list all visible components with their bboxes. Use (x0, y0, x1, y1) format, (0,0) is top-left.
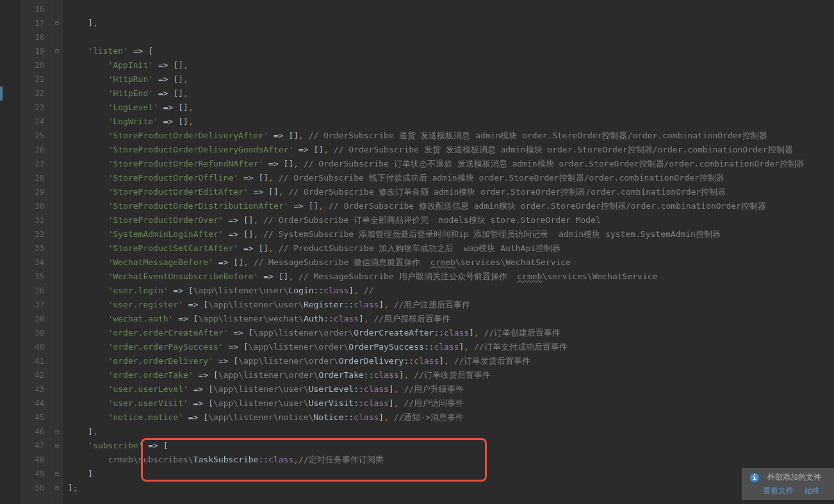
view-files-link[interactable]: 查看文件 (763, 486, 794, 495)
fold-marker[interactable] (51, 256, 63, 270)
code-line[interactable]: ] (63, 467, 834, 481)
fold-marker[interactable] (51, 241, 63, 256)
code-line[interactable]: ]; (63, 481, 834, 495)
line-number[interactable]: 25 (20, 129, 51, 143)
line-number[interactable]: 36 (20, 284, 51, 298)
line-number[interactable]: 39 (20, 326, 51, 340)
line-number[interactable]: 45 (20, 411, 51, 425)
fold-marker[interactable] (51, 298, 63, 312)
line-number[interactable]: 28 (20, 171, 51, 185)
code-line[interactable]: 'AppInit' => [], (63, 58, 834, 72)
line-number[interactable]: 24 (20, 115, 51, 129)
fold-marker[interactable] (51, 143, 63, 157)
line-number[interactable]: 44 (20, 396, 51, 411)
fold-marker[interactable] (51, 326, 63, 340)
line-number[interactable]: 31 (20, 213, 51, 227)
fold-marker[interactable] (51, 72, 63, 86)
fold-marker[interactable] (51, 270, 63, 284)
fold-marker[interactable] (51, 340, 63, 354)
code-line[interactable]: 'WechatMessageBefore' => [], // MessageS… (63, 256, 834, 270)
line-number[interactable]: 16 (20, 2, 51, 16)
fold-marker[interactable] (51, 171, 63, 185)
line-number[interactable]: 34 (20, 256, 51, 270)
code-line[interactable]: 'user.login' => [\app\listener\user\Logi… (63, 284, 834, 298)
fold-marker[interactable]: ⊟ (51, 467, 63, 481)
code-line[interactable]: ], (63, 16, 834, 30)
code-line[interactable]: 'StoreProductOrderDeliveryAfter' => [], … (63, 129, 834, 143)
line-number[interactable]: 40 (20, 340, 51, 354)
fold-marker[interactable] (51, 199, 63, 213)
line-number[interactable]: 41 (20, 354, 51, 368)
line-number[interactable]: 27 (20, 157, 51, 171)
line-number[interactable]: 21 (20, 72, 51, 86)
fold-marker[interactable] (51, 312, 63, 326)
fold-marker[interactable] (51, 213, 63, 227)
fold-marker[interactable] (51, 354, 63, 368)
code-line[interactable]: 'order.orderPaySuccess' => [\app\listene… (63, 340, 834, 354)
line-number[interactable]: 26 (20, 143, 51, 157)
line-number[interactable]: 17 (20, 16, 51, 30)
code-line[interactable]: 'user.userLevel' => [\app\listener\user\… (63, 382, 834, 396)
code-line[interactable]: 'LogWrite' => [], (63, 115, 834, 129)
fold-marker[interactable] (51, 115, 63, 129)
line-number[interactable]: 20 (20, 58, 51, 72)
fold-marker[interactable] (51, 411, 63, 425)
line-number[interactable]: 35 (20, 270, 51, 284)
code-line[interactable]: 'StoreProductOrderEditAfter' => [], // O… (63, 185, 834, 199)
always-link[interactable]: 始终 (805, 486, 820, 495)
line-number[interactable]: 46 (20, 425, 51, 439)
fold-marker[interactable]: ⊟ (51, 439, 63, 453)
fold-marker[interactable]: ⊟ (51, 44, 63, 58)
fold-marker[interactable] (51, 185, 63, 199)
code-line[interactable] (63, 30, 834, 44)
line-number[interactable]: 47 (20, 439, 51, 453)
fold-marker[interactable] (51, 453, 63, 467)
line-number-gutter[interactable]: 1617181920212223242526272829303132333435… (20, 0, 51, 504)
code-area[interactable]: ], 'listen' => [ 'AppInit' => [], 'HttpR… (63, 0, 834, 504)
code-line[interactable]: ], (63, 425, 834, 439)
fold-marker[interactable] (51, 58, 63, 72)
code-line[interactable]: 'StoreProductOrderDistributionAfter' => … (63, 199, 834, 213)
fold-marker[interactable] (51, 101, 63, 115)
code-line[interactable]: 'StoreProductSetCartAfter' => [], // Pro… (63, 241, 834, 256)
fold-marker[interactable]: ⊟ (51, 481, 63, 495)
code-line[interactable]: crmeb\subscribes\TaskSubscribe::class,//… (63, 453, 834, 467)
line-number[interactable]: 49 (20, 467, 51, 481)
line-number[interactable]: 38 (20, 312, 51, 326)
line-number[interactable]: 42 (20, 368, 51, 382)
fold-marker[interactable] (51, 157, 63, 171)
code-line[interactable]: 'order.orderCreateAfter' => [\app\listen… (63, 326, 834, 340)
code-line[interactable] (63, 2, 834, 16)
code-line[interactable]: 'listen' => [ (63, 44, 834, 58)
fold-marker[interactable]: ⊟ (51, 425, 63, 439)
line-number[interactable]: 29 (20, 185, 51, 199)
line-number[interactable]: 32 (20, 227, 51, 241)
fold-marker[interactable] (51, 284, 63, 298)
code-line[interactable]: 'HttpRun' => [], (63, 72, 834, 86)
code-line[interactable]: 'LogLevel' => [], (63, 101, 834, 115)
fold-marker[interactable] (51, 227, 63, 241)
code-line[interactable]: 'subscribe' => [ (63, 439, 834, 453)
code-line[interactable]: 'user.register' => [\app\listener\user\R… (63, 298, 834, 312)
line-number[interactable]: 50 (20, 481, 51, 495)
fold-column[interactable]: ⊟⊟⊟⊟⊟⊟ (51, 0, 63, 504)
line-number[interactable]: 23 (20, 101, 51, 115)
code-line[interactable]: 'StoreProductOrderDeliveryGoodsAfter' =>… (63, 143, 834, 157)
code-line[interactable]: 'StoreProductOrderRefundNAfter' => [], /… (63, 157, 834, 171)
code-line[interactable]: 'order.orderDelivery' => [\app\listener\… (63, 354, 834, 368)
code-line[interactable]: 'HttpEnd' => [], (63, 86, 834, 101)
fold-marker[interactable] (51, 396, 63, 411)
code-line[interactable]: 'WechatEventUnsubscribeBefore' => [], //… (63, 270, 834, 284)
line-number[interactable]: 18 (20, 30, 51, 44)
fold-marker[interactable] (51, 30, 63, 44)
code-line[interactable]: 'SystemAdminLoginAfter' => [], // System… (63, 227, 834, 241)
line-number[interactable]: 22 (20, 86, 51, 101)
code-line[interactable]: 'StoreProductOrderOffline' => [], // Ord… (63, 171, 834, 185)
code-line[interactable]: 'notice.notice' => [\app\listener\notice… (63, 411, 834, 425)
code-line[interactable]: 'order.orderTake' => [\app\listener\orde… (63, 368, 834, 382)
fold-marker[interactable] (51, 2, 63, 16)
fold-marker[interactable] (51, 382, 63, 396)
code-line[interactable]: 'user.userVisit' => [\app\listener\user\… (63, 396, 834, 411)
fold-marker[interactable] (51, 86, 63, 101)
code-line[interactable]: 'wechat.auth' => [\app\listener\wechat\A… (63, 312, 834, 326)
